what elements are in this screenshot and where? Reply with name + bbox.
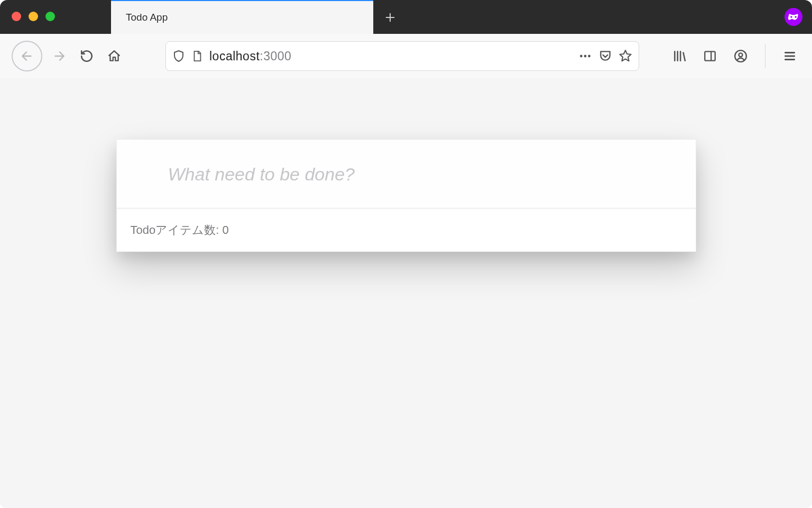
home-icon	[107, 49, 121, 63]
shield-icon[interactable]	[172, 50, 185, 62]
forward-button[interactable]	[49, 46, 70, 67]
home-button[interactable]	[104, 46, 125, 67]
account-icon	[734, 49, 748, 63]
hamburger-icon	[783, 49, 797, 63]
sidebar-button[interactable]	[699, 46, 721, 67]
toolbar-separator	[765, 44, 765, 68]
svg-point-3	[584, 55, 587, 58]
mask-icon	[788, 13, 799, 21]
todo-count-text: Todoアイテム数: 0	[131, 222, 229, 238]
reload-button[interactable]	[76, 46, 97, 67]
page-viewport: Todoアイテム数: 0	[0, 78, 812, 508]
new-todo-row	[117, 140, 696, 208]
private-browsing-badge	[785, 8, 802, 26]
todo-footer: Todoアイテム数: 0	[117, 208, 696, 251]
arrow-right-icon	[52, 49, 66, 63]
plus-icon	[384, 12, 396, 23]
url-host: localhost	[209, 49, 260, 63]
tabs: Todo App	[111, 0, 407, 34]
meatballs-icon	[578, 49, 592, 63]
pocket-icon	[598, 49, 612, 63]
star-icon	[619, 49, 632, 63]
tab-title: Todo App	[126, 12, 168, 23]
back-button[interactable]	[12, 41, 42, 71]
reload-icon	[80, 49, 94, 63]
svg-point-0	[790, 16, 792, 18]
address-bar[interactable]: localhost:3000	[165, 41, 639, 71]
pocket-button[interactable]	[598, 49, 612, 63]
close-icon[interactable]	[353, 13, 363, 22]
url-text: localhost:3000	[209, 49, 572, 64]
new-todo-input[interactable]	[167, 164, 696, 185]
app-menu-button[interactable]	[779, 46, 800, 67]
url-port: :3000	[260, 49, 291, 63]
library-button[interactable]	[669, 46, 690, 67]
page-actions-button[interactable]	[578, 49, 592, 63]
bookmark-button[interactable]	[619, 49, 632, 63]
navigation-toolbar: localhost:3000	[0, 34, 812, 79]
tab-active[interactable]: Todo App	[111, 0, 373, 34]
svg-rect-5	[705, 51, 715, 60]
svg-point-4	[588, 55, 590, 58]
svg-point-2	[580, 55, 583, 58]
window-maximize-button[interactable]	[45, 12, 55, 21]
svg-point-7	[739, 53, 743, 57]
arrow-left-icon	[20, 49, 34, 63]
toolbar-right	[669, 44, 800, 68]
page-file-icon	[191, 50, 203, 62]
window-close-button[interactable]	[12, 12, 21, 21]
tab-strip: Todo App	[0, 0, 812, 34]
window-minimize-button[interactable]	[29, 12, 38, 21]
window-controls	[12, 12, 55, 21]
sidebar-icon	[703, 49, 717, 63]
new-tab-button[interactable]	[373, 1, 407, 34]
account-button[interactable]	[730, 46, 751, 67]
browser-window: Todo App	[0, 0, 812, 508]
svg-point-1	[795, 16, 797, 18]
library-icon	[672, 49, 686, 63]
todo-app: Todoアイテム数: 0	[116, 139, 696, 252]
